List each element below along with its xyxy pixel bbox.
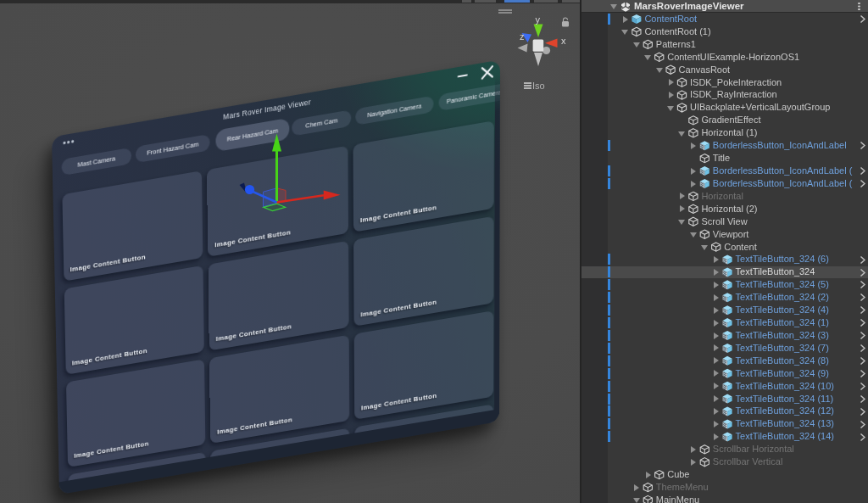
svg-text:x: x [561,36,566,46]
svg-text:y: y [536,14,541,25]
svg-text:z: z [520,31,525,42]
